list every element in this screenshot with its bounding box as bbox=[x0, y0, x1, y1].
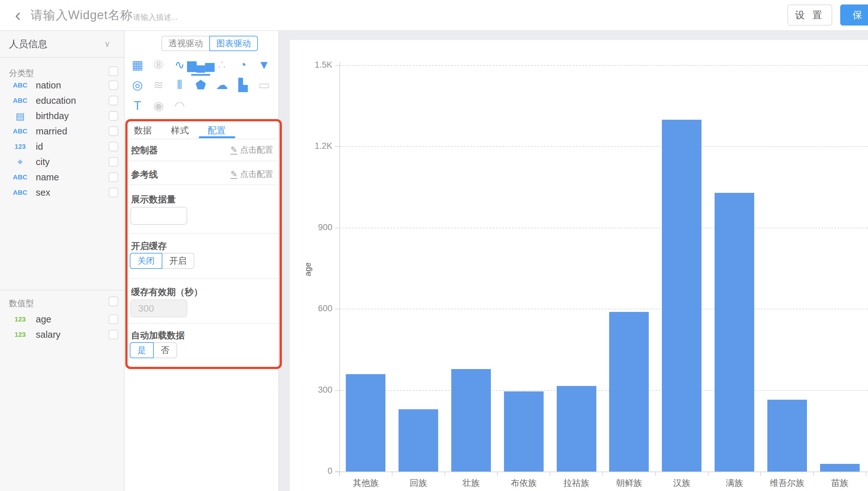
score-card-chart-type-icon[interactable]: ⑧ bbox=[150, 56, 167, 74]
tab-样式[interactable]: 样式 bbox=[162, 124, 197, 137]
bar-chart-chart-type-icon[interactable]: ▆▄▅ bbox=[192, 56, 210, 74]
china-map-chart-type-icon[interactable]: ⬟ bbox=[192, 76, 210, 94]
mode-option-chart[interactable]: 图表驱动 bbox=[209, 36, 258, 51]
gridline-900 bbox=[340, 228, 868, 228]
speedometer-chart-type-icon[interactable]: ◠ bbox=[171, 97, 189, 115]
y-tick-mark bbox=[335, 65, 340, 66]
config-divider bbox=[125, 323, 279, 324]
section-checkbox[interactable] bbox=[109, 66, 118, 76]
cache-ttl-input[interactable]: 300 bbox=[130, 299, 187, 317]
field-row-married[interactable]: ABCmarried bbox=[0, 123, 124, 139]
parallel-chart-type-icon[interactable]: ⫴ bbox=[171, 76, 189, 94]
settings-button[interactable]: 设 置 bbox=[787, 4, 832, 26]
field-row-sex[interactable]: ABCsex bbox=[0, 185, 124, 200]
field-checkbox[interactable] bbox=[109, 96, 118, 105]
auto-load-option-否[interactable]: 否 bbox=[154, 342, 177, 358]
field-label: married bbox=[36, 123, 67, 139]
selected-chart-type-indicator bbox=[191, 74, 210, 76]
cache-option-关闭[interactable]: 关闭 bbox=[130, 253, 162, 269]
auto-load-label: 自动加载数据 bbox=[131, 329, 185, 342]
chevron-down-icon[interactable]: ∨ bbox=[104, 39, 110, 49]
configure-link-label: 点击配置 bbox=[240, 144, 273, 155]
field-checkbox[interactable] bbox=[109, 157, 118, 167]
bar-其他族 bbox=[346, 374, 385, 471]
cache-option-开启[interactable]: 开启 bbox=[162, 253, 194, 269]
field-checkbox[interactable] bbox=[109, 142, 118, 151]
edit-icon: ✎ bbox=[230, 170, 238, 179]
field-row-city[interactable]: ⌖city bbox=[0, 154, 124, 170]
cache-toggle-label: 开启缓存 bbox=[131, 240, 167, 252]
rich-text-chart-type-icon[interactable]: T bbox=[129, 97, 146, 115]
line-chart-chart-type-icon[interactable]: ∿ bbox=[171, 56, 189, 74]
auto-load-option-是[interactable]: 是 bbox=[130, 342, 154, 358]
field-label: salary bbox=[36, 327, 60, 342]
funnel-chart-type-icon[interactable]: ▼ bbox=[255, 56, 273, 74]
section-checkbox[interactable] bbox=[109, 296, 118, 306]
x-tick-mark bbox=[655, 471, 656, 476]
text-type-icon: ABC bbox=[9, 78, 31, 93]
waterfall-chart-type-icon[interactable]: ▙ bbox=[234, 76, 252, 94]
field-checkbox[interactable] bbox=[109, 126, 118, 136]
number-type-icon: 123 bbox=[9, 327, 31, 342]
active-tab-indicator bbox=[199, 136, 235, 138]
pie-chart-chart-type-icon[interactable]: ◔ bbox=[234, 56, 252, 74]
field-row-age[interactable]: 123age bbox=[0, 312, 124, 327]
calendar-icon: ▤ bbox=[9, 108, 31, 123]
y-tick-label: 300 bbox=[288, 385, 332, 395]
text-type-icon: ABC bbox=[9, 93, 31, 108]
field-label: name bbox=[36, 170, 59, 185]
field-row-name[interactable]: ABCname bbox=[0, 170, 124, 185]
field-row-nation[interactable]: ABCnation bbox=[0, 78, 124, 93]
field-label: age bbox=[36, 312, 51, 327]
gauge-chart-type-icon[interactable]: ◉ bbox=[150, 97, 167, 115]
y-tick-label: 1.5K bbox=[288, 60, 332, 70]
x-tick-mark bbox=[813, 471, 814, 476]
field-checkbox[interactable] bbox=[109, 172, 118, 182]
field-checkbox[interactable] bbox=[109, 314, 118, 324]
y-axis-line bbox=[340, 62, 340, 476]
reference-line-configure-link[interactable]: ✎点击配置 bbox=[224, 169, 273, 180]
bar-拉祜族 bbox=[557, 386, 596, 471]
scatter-chart-type-icon[interactable]: ∴ bbox=[213, 56, 231, 74]
config-divider bbox=[125, 139, 279, 139]
mode-option-pivot[interactable]: 透视驱动 bbox=[161, 36, 209, 51]
x-tick-mark bbox=[866, 471, 866, 476]
field-checkbox[interactable] bbox=[109, 81, 118, 90]
x-tick-mark bbox=[497, 471, 497, 476]
widget-description-input[interactable]: 请输入描述... bbox=[133, 12, 178, 22]
iframe-chart-type-icon[interactable]: ▭ bbox=[255, 76, 273, 94]
tab-数据[interactable]: 数据 bbox=[125, 124, 160, 137]
back-button[interactable]: ‹ bbox=[9, 5, 27, 24]
controller-label: 控制器 bbox=[131, 144, 158, 156]
config-divider bbox=[125, 184, 279, 185]
x-tick-mark bbox=[760, 471, 761, 476]
field-checkbox[interactable] bbox=[109, 188, 118, 197]
x-tick-label: 拉祜族 bbox=[550, 477, 603, 489]
field-row-education[interactable]: ABCeducation bbox=[0, 93, 124, 108]
field-row-birthday[interactable]: ▤birthday bbox=[0, 108, 124, 123]
bar-汉族 bbox=[662, 120, 702, 471]
save-button[interactable]: 保 存 bbox=[840, 4, 868, 26]
section-label-numeric: 数值型 bbox=[9, 298, 34, 309]
y-axis-title: age bbox=[303, 259, 313, 280]
field-row-id[interactable]: 123id bbox=[0, 139, 124, 154]
field-label: nation bbox=[36, 78, 61, 93]
sankey-chart-type-icon[interactable]: ≋ bbox=[150, 76, 167, 94]
table-chart-type-icon[interactable]: ▦ bbox=[129, 56, 146, 74]
bar-满族 bbox=[714, 193, 754, 471]
section-divider bbox=[0, 290, 124, 290]
bar-苗族 bbox=[820, 464, 860, 471]
field-checkbox[interactable] bbox=[109, 111, 118, 121]
controller-configure-link[interactable]: ✎点击配置 bbox=[224, 144, 273, 155]
bar-布依族 bbox=[504, 392, 544, 471]
y-tick-mark bbox=[335, 146, 340, 147]
display-count-input[interactable] bbox=[130, 207, 187, 225]
word-cloud-chart-type-icon[interactable]: ☁ bbox=[213, 76, 231, 94]
tab-配置[interactable]: 配置 bbox=[199, 124, 234, 137]
bar-维吾尔族 bbox=[767, 400, 807, 471]
number-type-icon: 123 bbox=[9, 312, 31, 327]
field-row-salary[interactable]: 123salary bbox=[0, 327, 124, 342]
widget-name-input[interactable]: 请输入Widget名称 bbox=[31, 7, 133, 23]
field-checkbox[interactable] bbox=[109, 330, 118, 339]
radar-chart-type-icon[interactable]: ◎ bbox=[129, 76, 146, 94]
